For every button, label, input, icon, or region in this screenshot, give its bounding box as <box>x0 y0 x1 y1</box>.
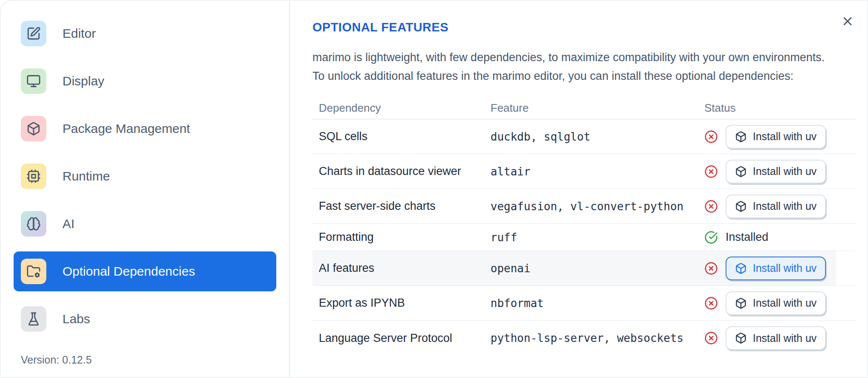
install-button-label: Install with uv <box>753 130 817 143</box>
description-line-1: marimo is lightweight, with few dependen… <box>312 51 825 64</box>
dependency-cell: Export as IPYNB <box>319 296 491 310</box>
square-pen-icon <box>21 21 46 46</box>
optional-features-panel: OPTIONAL FEATURES marimo is lightweight,… <box>290 1 868 377</box>
dependencies-table: Dependency Feature Status SQL cells duck… <box>312 97 855 355</box>
install-with-uv-button[interactable]: Install with uv <box>726 257 826 280</box>
circle-x-icon <box>704 130 718 144</box>
sidebar-item-label: AI <box>62 217 74 231</box>
sidebar-item-optional-dependencies[interactable]: Optional Dependencies <box>14 251 276 291</box>
sidebar-item-ai[interactable]: AI <box>14 204 276 244</box>
sidebar-item-runtime[interactable]: Runtime <box>14 156 276 196</box>
feature-cell: nbformat <box>491 297 704 310</box>
dependency-cell: Charts in datasource viewer <box>319 165 491 178</box>
column-header-feature: Feature <box>491 102 704 115</box>
feature-cell: duckdb, sqlglot <box>491 130 704 143</box>
close-button[interactable] <box>839 13 856 30</box>
package-icon <box>735 131 747 143</box>
install-button-label: Install with uv <box>753 165 817 178</box>
table-row: Fast server-side charts vegafusion, vl-c… <box>312 189 855 224</box>
install-with-uv-button[interactable]: Install with uv <box>726 195 826 218</box>
install-button-label: Install with uv <box>753 332 817 344</box>
sidebar-item-label: Package Management <box>62 121 190 136</box>
sidebar-item-label: Runtime <box>62 169 110 183</box>
dependency-cell: SQL cells <box>319 130 491 143</box>
package-icon <box>735 332 747 344</box>
table-row: Language Server Protocol python-lsp-serv… <box>312 321 855 355</box>
table-row: Charts in datasource viewer altair Insta… <box>312 154 855 189</box>
brain-icon <box>21 211 46 237</box>
install-with-uv-button[interactable]: Install with uv <box>726 160 826 183</box>
install-with-uv-button[interactable]: Install with uv <box>726 291 826 315</box>
folder-cog-icon <box>21 259 46 284</box>
circle-check-icon <box>704 231 718 244</box>
table-header-row: Dependency Feature Status <box>312 97 855 119</box>
sidebar-item-package-management[interactable]: Package Management <box>14 109 276 149</box>
circle-x-icon <box>704 165 718 178</box>
panel-description: marimo is lightweight, with few dependen… <box>312 48 855 85</box>
sidebar-item-labs[interactable]: Labs <box>14 299 276 339</box>
settings-sidebar: Editor Display Package Management Runtim… <box>1 1 290 377</box>
installed-status-label: Installed <box>726 231 769 244</box>
table-row: AI features openai Install with uv <box>312 251 855 286</box>
feature-cell: vegafusion, vl-convert-python <box>491 200 704 213</box>
page-title: OPTIONAL FEATURES <box>312 20 855 34</box>
table-row: Export as IPYNB nbformat Install with uv <box>312 286 855 321</box>
install-button-label: Install with uv <box>753 200 817 212</box>
sidebar-item-editor[interactable]: Editor <box>14 14 276 54</box>
circle-x-icon <box>704 262 718 275</box>
monitor-icon <box>21 68 46 94</box>
table-row: Formatting ruff Installed <box>312 224 855 251</box>
dependency-cell: Fast server-side charts <box>319 200 491 213</box>
dependency-cell: Language Server Protocol <box>319 332 491 345</box>
version-label: Version: 0.12.5 <box>21 354 92 366</box>
table-row: SQL cells duckdb, sqlglot Install with u… <box>312 119 855 154</box>
feature-cell: python-lsp-server, websockets <box>491 332 704 344</box>
package-icon <box>21 116 46 141</box>
cpu-icon <box>21 164 46 189</box>
package-icon <box>735 166 747 178</box>
sidebar-item-label: Optional Dependencies <box>62 264 195 279</box>
settings-dialog: Editor Display Package Management Runtim… <box>0 0 868 378</box>
description-line-2: To unlock additional features in the mar… <box>312 70 794 82</box>
feature-cell: openai <box>491 262 704 275</box>
feature-cell: altair <box>491 165 704 178</box>
flask-icon <box>21 306 46 332</box>
package-icon <box>735 297 747 309</box>
package-icon <box>735 262 747 274</box>
sidebar-item-label: Labs <box>62 312 90 326</box>
feature-cell: ruff <box>491 231 704 244</box>
column-header-status: Status <box>704 102 855 115</box>
package-icon <box>735 200 747 212</box>
column-header-dependency: Dependency <box>319 102 491 115</box>
circle-x-icon <box>704 200 718 213</box>
circle-x-icon <box>704 296 718 310</box>
sidebar-item-label: Editor <box>62 26 96 41</box>
install-with-uv-button[interactable]: Install with uv <box>726 326 826 350</box>
install-with-uv-button[interactable]: Install with uv <box>726 125 826 149</box>
circle-x-icon <box>704 331 718 345</box>
sidebar-item-display[interactable]: Display <box>14 61 276 101</box>
x-icon <box>841 14 854 28</box>
dependency-cell: Formatting <box>319 231 491 244</box>
install-button-label: Install with uv <box>753 262 817 274</box>
install-button-label: Install with uv <box>753 297 817 309</box>
sidebar-item-label: Display <box>62 74 104 88</box>
dependency-cell: AI features <box>319 262 491 275</box>
